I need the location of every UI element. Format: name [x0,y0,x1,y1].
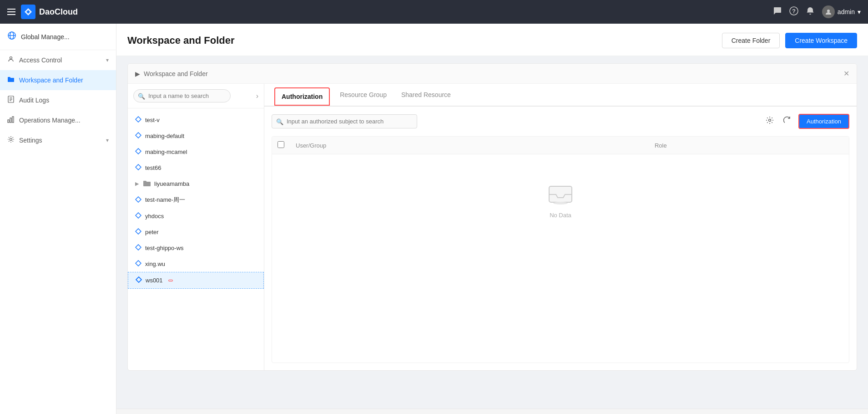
workspace-diamond-icon [135,132,141,140]
outer-panel: ▶ Workspace and Folder ✕ 🔍 [127,63,857,371]
empty-inbox-icon [547,182,574,206]
svg-rect-14 [12,117,14,123]
help-icon[interactable]: ? [789,6,798,18]
workspace-diamond-icon [135,196,141,204]
right-pane: Authorization Resource Group Shared Reso… [264,84,857,370]
workspace-diamond-icon [135,260,141,268]
username-label: admin [838,8,855,15]
sidebar-item-workspace-folder[interactable]: Workspace and Folder [0,70,116,90]
sidebar-label-workspace-folder: Workspace and Folder [19,77,83,84]
workspace-item[interactable]: ws001 [128,272,264,289]
auth-table: User/Group Role [272,137,849,154]
access-control-icon [7,56,15,65]
workspace-name: mabing-default [145,133,184,139]
sidebar-item-operations-manage[interactable]: Operations Manage... [0,110,116,130]
panel-content: ▶ Workspace and Folder ✕ 🔍 [116,56,868,409]
workspace-search-input[interactable] [133,89,231,102]
auth-search-wrapper: 🔍 [272,114,417,128]
logo-area: DaoCloud [21,5,78,19]
workspace-item[interactable]: mabing-mcamel [128,144,264,160]
svg-point-3 [827,10,830,12]
auth-search-input[interactable] [272,114,417,128]
authorization-button[interactable]: Authorization [798,114,849,129]
selected-badge [168,280,173,281]
user-menu[interactable]: admin ▾ [822,5,861,18]
svg-point-15 [10,138,12,141]
settings-icon [7,136,15,145]
tab-authorization[interactable]: Authorization [274,87,330,106]
auth-toolbar-right: Authorization [764,114,849,129]
workspace-item[interactable]: test-ghippo-ws [128,240,264,256]
workspace-diamond-icon [135,148,141,156]
select-all-checkbox[interactable] [278,141,284,148]
chat-icon[interactable] [773,6,782,18]
workspace-item[interactable]: test-v [128,112,264,128]
notification-bell-icon[interactable] [806,6,815,18]
folder-icon [143,180,151,188]
svg-point-18 [553,202,568,204]
workspace-name: peter [145,229,159,235]
workspace-name: test-v [145,117,160,123]
user-chevron-icon: ▾ [858,8,861,15]
workspace-item[interactable]: test-name-周一 [128,192,264,208]
authorization-content: 🔍 Authoriz [264,107,857,370]
panel-breadcrumb[interactable]: ▶ Workspace and Folder [135,70,208,77]
sidebar-label-operations-manage: Operations Manage... [19,117,81,124]
navbar: DaoCloud ? admin ▾ [0,0,868,24]
workspace-name: ws001 [146,277,163,284]
page-header: Workspace and Folder Create Folder Creat… [116,24,868,56]
sidebar-global-manage[interactable]: Global Manage... [0,24,116,50]
workspace-name: test-ghippo-ws [145,245,184,251]
sidebar-label-access-control: Access Control [19,56,62,64]
sidebar-label-audit-logs: Audit Logs [19,97,49,104]
auth-settings-button[interactable] [764,114,776,128]
workspace-item[interactable]: ▶ liyueamamba [128,176,264,192]
svg-point-16 [769,119,771,122]
svg-point-7 [10,57,12,59]
workspace-item[interactable]: test66 [128,160,264,176]
create-workspace-button[interactable]: Create Workspace [785,33,857,48]
tab-shared-resource[interactable]: Shared Resource [394,85,458,106]
auth-table-wrapper: User/Group Role [272,136,849,363]
access-control-chevron-icon: ▾ [106,57,109,63]
auth-refresh-button[interactable] [781,114,793,128]
hamburger-menu-button[interactable] [7,9,15,15]
workspace-search-icon: 🔍 [138,92,145,99]
auth-toolbar: 🔍 Authoriz [272,114,849,129]
workspace-diamond-icon [135,212,141,220]
search-expand-icon[interactable]: › [256,92,258,100]
create-folder-button[interactable]: Create Folder [722,33,780,48]
col-user-group: User/Group [290,137,649,154]
workspace-item[interactable]: peter [128,224,264,240]
brand-name: DaoCloud [39,7,78,17]
navbar-left: DaoCloud [7,5,78,19]
horizontal-scrollbar[interactable] [116,409,868,414]
page-title: Workspace and Folder [127,35,235,46]
workspace-folder-icon [7,76,15,85]
breadcrumb-arrow-icon: ▶ [135,70,140,77]
workspace-item[interactable]: yhdocs [128,208,264,224]
panel-header: ▶ Workspace and Folder ✕ [128,64,857,84]
sidebar-item-audit-logs[interactable]: Audit Logs [0,90,116,110]
workspace-diamond-icon [135,228,141,236]
empty-text-label: No Data [550,212,571,219]
settings-chevron-icon: ▾ [106,137,109,143]
workspace-name: test66 [145,164,161,171]
daocloud-logo-icon [21,5,35,19]
globe-icon [7,31,16,42]
sidebar-item-settings[interactable]: Settings ▾ [0,130,116,150]
workspace-name: test-name-周一 [145,196,185,204]
sidebar-label-settings: Settings [19,137,42,144]
operations-manage-icon [7,116,15,125]
workspace-name: yhdocs [145,213,164,220]
global-manage-label: Global Manage... [21,33,70,41]
svg-text:?: ? [792,8,796,15]
tab-resource-group[interactable]: Resource Group [333,85,394,106]
sidebar-item-access-control[interactable]: Access Control ▾ [0,50,116,70]
header-buttons: Create Folder Create Workspace [722,33,857,48]
panel-close-icon[interactable]: ✕ [843,69,849,78]
workspace-diamond-icon [135,116,141,124]
workspace-item[interactable]: mabing-default [128,128,264,144]
workspace-item[interactable]: xing.wu [128,256,264,272]
svg-rect-12 [8,120,9,123]
